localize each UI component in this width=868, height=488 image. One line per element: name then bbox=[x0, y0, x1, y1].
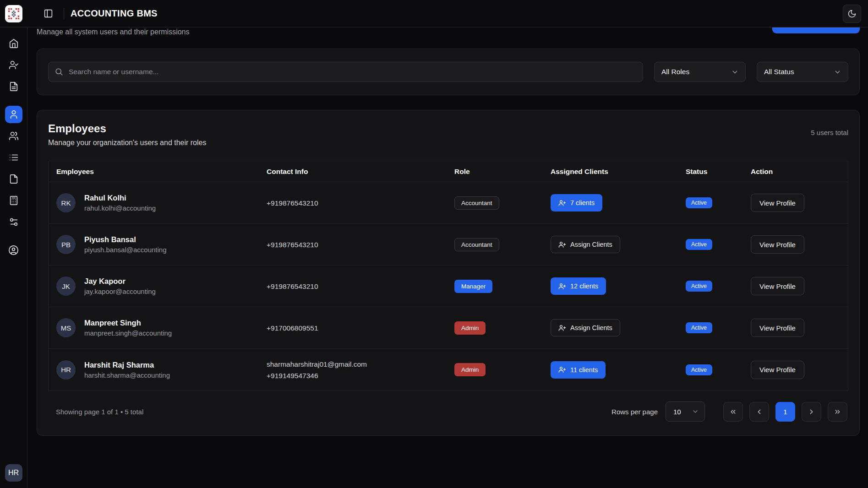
clients-button[interactable]: 7 clients bbox=[551, 194, 602, 211]
employee-name: Harshit Raj Sharma bbox=[84, 361, 170, 369]
top-bar: ACCOUNTING BMS bbox=[0, 0, 868, 27]
status-cell: Active bbox=[686, 197, 751, 208]
search-icon bbox=[55, 67, 63, 76]
table-header-row: Employees Contact Info Role Assigned Cli… bbox=[49, 161, 848, 182]
sidebar-item-home[interactable] bbox=[5, 35, 22, 52]
employee-cell: PB Piyush Bansal piyush.bansal@accountin… bbox=[49, 235, 267, 254]
header-clients: Assigned Clients bbox=[551, 168, 686, 176]
action-cell: View Profile bbox=[751, 361, 848, 379]
panel-left-icon bbox=[44, 9, 53, 18]
first-page-button[interactable] bbox=[723, 402, 743, 422]
rows-per-page-label: Rows per page bbox=[611, 408, 658, 416]
employee-cell: RK Rahul Kolhi rahul.kolhi@accounting bbox=[49, 193, 267, 212]
sidebar-item-clients[interactable] bbox=[5, 127, 22, 145]
employee-cell: HR Harshit Raj Sharma harshit.sharma@acc… bbox=[49, 360, 267, 380]
rows-per-page-value: 10 bbox=[673, 408, 681, 416]
role-filter-select[interactable]: All Roles bbox=[654, 62, 746, 82]
status-cell: Active bbox=[686, 239, 751, 250]
sidebar-item-employees[interactable] bbox=[5, 106, 22, 123]
sidebar-item-calculator[interactable] bbox=[5, 192, 22, 209]
employee-email: piyush.bansal@accounting bbox=[84, 246, 167, 254]
chevron-right-icon bbox=[808, 408, 815, 416]
status-badge: Active bbox=[686, 239, 712, 250]
clients-button-label: 11 clients bbox=[570, 366, 598, 374]
avatar: PB bbox=[56, 235, 76, 254]
clients-button-label: 7 clients bbox=[570, 199, 595, 206]
clients-cell: 12 clients bbox=[551, 277, 686, 295]
role-badge: Accountant bbox=[454, 238, 499, 251]
employee-email: jay.kapoor@accounting bbox=[84, 287, 156, 295]
clients-button[interactable]: 11 clients bbox=[551, 361, 606, 379]
header-role: Role bbox=[454, 168, 551, 176]
clients-cell: 11 clients bbox=[551, 361, 686, 379]
filters-card: All Roles All Status bbox=[37, 49, 860, 95]
theme-toggle-button[interactable] bbox=[843, 5, 861, 23]
contact-line: +919876543210 bbox=[267, 239, 454, 250]
clients-button[interactable]: Assign Clients bbox=[551, 319, 620, 336]
employee-name: Jay Kapoor bbox=[84, 277, 156, 286]
contact-line: sharmaharshitraj01@gmail.com bbox=[267, 358, 454, 370]
header-status: Status bbox=[686, 168, 751, 176]
sidebar-item-file[interactable] bbox=[5, 170, 22, 188]
main-content: Employee Management Manage all system us… bbox=[27, 0, 868, 436]
users-total-label: 5 users total bbox=[811, 129, 848, 136]
home-icon bbox=[9, 38, 19, 49]
search-input[interactable] bbox=[48, 62, 643, 82]
contact-line: +919876543210 bbox=[267, 197, 454, 209]
role-cell: Accountant bbox=[454, 238, 551, 251]
role-filter-value: All Roles bbox=[661, 68, 689, 76]
view-profile-button[interactable]: View Profile bbox=[751, 319, 804, 337]
action-cell: View Profile bbox=[751, 277, 848, 295]
view-profile-button[interactable]: View Profile bbox=[751, 235, 804, 254]
contact-line: +919149547346 bbox=[267, 370, 454, 381]
prev-page-button[interactable] bbox=[749, 402, 769, 422]
user-avatar[interactable]: HR bbox=[5, 464, 22, 482]
sidebar-item-user-check[interactable] bbox=[5, 56, 22, 74]
user-circle-icon bbox=[8, 245, 19, 255]
sidebar-item-list[interactable] bbox=[5, 149, 22, 166]
chevron-down-icon bbox=[834, 68, 841, 76]
topbar-divider bbox=[64, 8, 64, 20]
sidebar-item-file-text[interactable] bbox=[5, 78, 22, 95]
contact-cell: +919876543210 bbox=[267, 239, 454, 250]
employee-email: harshit.sharma@accounting bbox=[84, 371, 170, 379]
header-employees: Employees bbox=[49, 168, 267, 176]
clients-cell: Assign Clients bbox=[551, 319, 686, 336]
file-text-icon bbox=[9, 81, 19, 92]
table-row: JK Jay Kapoor jay.kapoor@accounting +919… bbox=[49, 266, 848, 307]
sidebar-item-settings[interactable] bbox=[5, 213, 22, 231]
chevron-down-icon bbox=[731, 68, 739, 76]
user-plus-icon bbox=[558, 282, 566, 290]
page-subtitle: Manage all system users and their permis… bbox=[37, 28, 196, 36]
search-wrapper bbox=[48, 62, 643, 82]
sidebar-item-account[interactable] bbox=[5, 241, 22, 259]
calculator-icon bbox=[9, 195, 19, 206]
view-profile-button[interactable]: View Profile bbox=[751, 194, 804, 212]
sidebar-toggle-button[interactable] bbox=[39, 5, 57, 23]
contact-line: +919876543210 bbox=[267, 281, 454, 292]
header-action: Action bbox=[751, 168, 848, 176]
view-profile-button[interactable]: View Profile bbox=[751, 277, 804, 295]
users-icon bbox=[9, 131, 19, 141]
logo-pattern-icon bbox=[8, 8, 20, 20]
last-page-button[interactable] bbox=[828, 402, 847, 422]
contact-cell: +917006809551 bbox=[267, 322, 454, 334]
rows-per-page-select[interactable]: 10 bbox=[666, 401, 705, 422]
clients-button[interactable]: 12 clients bbox=[551, 277, 606, 295]
page-number-button[interactable]: 1 bbox=[775, 402, 795, 422]
chevron-down-icon bbox=[692, 408, 699, 415]
avatar: HR bbox=[56, 360, 76, 380]
header-contact: Contact Info bbox=[267, 168, 454, 176]
status-filter-select[interactable]: All Status bbox=[757, 62, 848, 82]
clients-cell: 7 clients bbox=[551, 194, 686, 211]
clients-button[interactable]: Assign Clients bbox=[551, 236, 620, 253]
app-title: ACCOUNTING BMS bbox=[71, 8, 158, 19]
action-cell: View Profile bbox=[751, 235, 848, 254]
moon-icon bbox=[847, 9, 857, 18]
next-page-button[interactable] bbox=[802, 402, 821, 422]
user-plus-icon bbox=[558, 366, 566, 374]
view-profile-button[interactable]: View Profile bbox=[751, 361, 804, 379]
employee-email: rahul.kolhi@accounting bbox=[84, 204, 156, 212]
avatar: MS bbox=[56, 318, 76, 337]
employees-table: Employees Contact Info Role Assigned Cli… bbox=[48, 161, 848, 391]
